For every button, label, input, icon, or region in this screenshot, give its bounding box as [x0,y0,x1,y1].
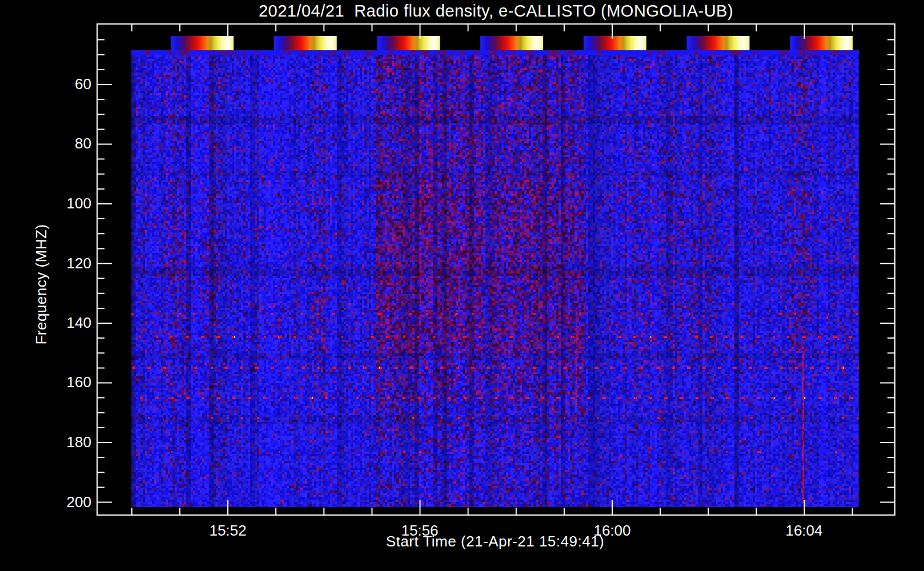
axes-ticks-path [97,24,895,515]
axes-frame [0,0,924,571]
spectrogram-page: { "chart_data": { "type": "heatmap", "ti… [0,0,924,571]
